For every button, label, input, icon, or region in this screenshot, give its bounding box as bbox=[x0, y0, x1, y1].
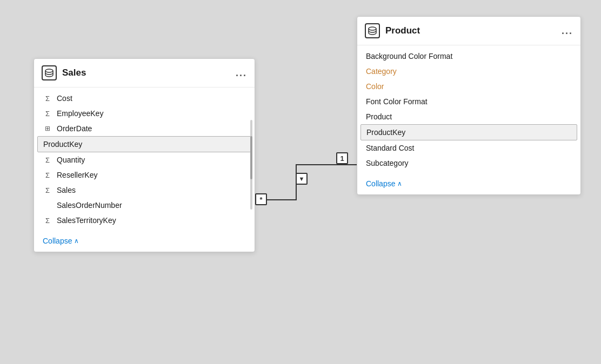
field-label: EmployeeKey bbox=[57, 109, 103, 118]
list-item[interactable]: Color bbox=[357, 79, 580, 94]
list-item[interactable]: Font Color Format bbox=[357, 94, 580, 109]
field-label: SalesOrderNumber bbox=[57, 201, 122, 210]
field-label: Sales bbox=[57, 186, 76, 194]
list-item[interactable]: SalesOrderNumber bbox=[34, 198, 255, 213]
field-label: Font Color Format bbox=[366, 97, 428, 106]
sigma-icon: Σ bbox=[43, 95, 52, 103]
field-label: Background Color Format bbox=[366, 52, 452, 60]
list-item[interactable]: Σ SalesTerritoryKey bbox=[34, 213, 255, 228]
list-item[interactable]: Σ Cost bbox=[34, 91, 255, 106]
sales-fields-list: Σ Cost Σ EmployeeKey ⊞ OrderDate Product… bbox=[34, 87, 255, 231]
scrollbar-thumb[interactable] bbox=[250, 136, 252, 179]
list-item[interactable]: Background Color Format bbox=[357, 49, 580, 64]
sigma-icon: Σ bbox=[43, 110, 52, 118]
list-item[interactable]: Standard Cost bbox=[357, 140, 580, 156]
field-label: ProductKey bbox=[43, 140, 82, 149]
field-label: Quantity bbox=[57, 156, 85, 164]
calendar-icon: ⊞ bbox=[43, 125, 52, 132]
list-item[interactable]: Subcategory bbox=[357, 156, 580, 171]
product-card-title: Product bbox=[385, 25, 556, 36]
product-table-icon bbox=[365, 23, 380, 38]
field-label: Standard Cost bbox=[366, 144, 415, 152]
list-item[interactable]: Σ ResellerKey bbox=[34, 167, 255, 183]
product-table-card: Product ... Background Color Format Cate… bbox=[357, 16, 581, 195]
list-item-productkey[interactable]: ProductKey bbox=[360, 124, 577, 140]
list-item[interactable]: Category bbox=[357, 64, 580, 79]
field-label: Category bbox=[366, 67, 397, 76]
sigma-icon: Σ bbox=[43, 217, 52, 225]
cardinality-one-badge: 1 bbox=[336, 152, 348, 164]
sales-card-title: Sales bbox=[62, 68, 230, 78]
svg-point-1 bbox=[369, 27, 376, 30]
list-item-productkey[interactable]: ProductKey bbox=[37, 136, 251, 152]
list-item[interactable]: Σ EmployeeKey bbox=[34, 106, 255, 121]
list-item[interactable]: Σ Quantity bbox=[34, 152, 255, 167]
sigma-icon: Σ bbox=[43, 156, 52, 164]
sales-card-menu[interactable]: ... bbox=[236, 68, 247, 79]
product-collapse-button[interactable]: Collapse ∧ bbox=[357, 174, 580, 194]
scrollbar[interactable] bbox=[250, 120, 252, 210]
list-item[interactable]: Σ Sales bbox=[34, 183, 255, 198]
list-item[interactable]: Product bbox=[357, 109, 580, 124]
field-label: Color bbox=[366, 82, 384, 91]
field-label: OrderDate bbox=[57, 124, 92, 133]
field-label: SalesTerritoryKey bbox=[57, 216, 116, 225]
svg-point-0 bbox=[45, 69, 53, 72]
sigma-icon: Σ bbox=[43, 171, 52, 179]
field-label: ProductKey bbox=[366, 128, 405, 137]
sales-card-header: Sales ... bbox=[34, 59, 255, 87]
product-fields-list: Background Color Format Category Color F… bbox=[357, 45, 580, 174]
filter-direction-badge: ▼ bbox=[296, 173, 308, 185]
product-card-menu[interactable]: ... bbox=[562, 25, 573, 37]
sales-collapse-button[interactable]: Collapse ∧ bbox=[34, 231, 255, 252]
sigma-icon: Σ bbox=[43, 186, 52, 194]
diagram-canvas: * ▼ 1 Sales ... Σ Cost bbox=[0, 0, 601, 364]
sales-table-icon bbox=[42, 65, 57, 80]
field-label: ResellerKey bbox=[57, 171, 97, 179]
field-label: Cost bbox=[57, 94, 72, 103]
field-label: Product bbox=[366, 112, 392, 121]
list-item[interactable]: ⊞ OrderDate bbox=[34, 121, 255, 136]
sales-table-card: Sales ... Σ Cost Σ EmployeeKey ⊞ OrderDa… bbox=[34, 58, 255, 252]
field-label: Subcategory bbox=[366, 159, 409, 167]
cardinality-star-badge: * bbox=[255, 193, 267, 205]
product-card-header: Product ... bbox=[357, 17, 580, 45]
